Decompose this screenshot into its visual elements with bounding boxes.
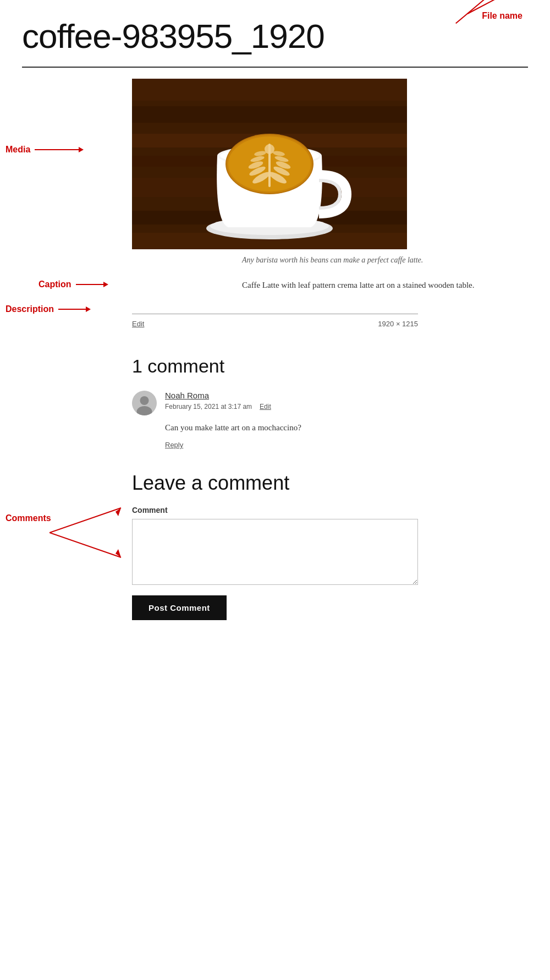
- media-container: Any barista worth his beans can make a p…: [132, 79, 528, 292]
- svg-rect-3: [132, 79, 407, 101]
- comment-date: February 15, 2021 at 3:17 am: [165, 403, 252, 410]
- description-annotation: Description: [6, 304, 91, 314]
- comment-meta: Noah Roma February 15, 2021 at 3:17 am E…: [165, 391, 271, 411]
- comments-annotation: Comments: [6, 513, 51, 523]
- meta-section: Edit 1920 × 1215: [132, 314, 418, 328]
- caption-arrow: [76, 282, 108, 287]
- comment-item: Noah Roma February 15, 2021 at 3:17 am E…: [132, 391, 418, 450]
- svg-rect-4: [132, 106, 407, 123]
- media-annotation: Media: [6, 145, 84, 155]
- svg-line-30: [50, 533, 121, 557]
- post-comment-button[interactable]: Post Comment: [132, 595, 227, 620]
- comments-heading: 1 comment: [132, 355, 418, 377]
- comment-header: Noah Roma February 15, 2021 at 3:17 am E…: [132, 391, 418, 415]
- svg-point-33: [140, 396, 149, 405]
- meta-divider: [132, 314, 418, 314]
- comment-date-row: February 15, 2021 at 3:17 am Edit: [165, 401, 271, 411]
- caption-annotation: Caption: [38, 280, 108, 289]
- main-content: Media Caption Description: [0, 68, 550, 653]
- svg-line-0: [468, 0, 520, 14]
- avatar: [132, 391, 157, 415]
- leave-comment-heading: Leave a comment: [132, 472, 418, 495]
- image-caption: Any barista worth his beans can make a p…: [242, 256, 528, 265]
- comment-textarea[interactable]: [132, 519, 418, 585]
- image-dimensions: 1920 × 1215: [378, 320, 418, 328]
- reply-link[interactable]: Reply: [165, 441, 183, 449]
- comment-body: Can you make latte art on a mochaccino?: [165, 421, 418, 434]
- svg-line-28: [50, 508, 121, 533]
- comment-edit-link[interactable]: Edit: [260, 403, 271, 410]
- meta-row: Edit 1920 × 1215: [132, 320, 418, 328]
- image-description: Caffe Latte with leaf pattern crema latt…: [242, 278, 528, 292]
- description-arrow: [58, 306, 91, 312]
- comment-label: Comment: [132, 506, 418, 514]
- comments-section: 1 comment Noah Roma February 15, 2021 at…: [132, 355, 418, 450]
- leave-comment-section: Leave a comment Comment Post Comment: [132, 472, 418, 620]
- edit-link[interactable]: Edit: [132, 320, 144, 328]
- coffee-image: [132, 79, 407, 249]
- comment-author[interactable]: Noah Roma: [165, 391, 271, 400]
- filename-annotation: File name: [482, 11, 522, 21]
- title-section: coffee-983955_1920 File name: [0, 0, 550, 61]
- svg-point-27: [265, 144, 274, 154]
- media-arrow: [35, 147, 84, 152]
- page-title: coffee-983955_1920: [22, 17, 528, 56]
